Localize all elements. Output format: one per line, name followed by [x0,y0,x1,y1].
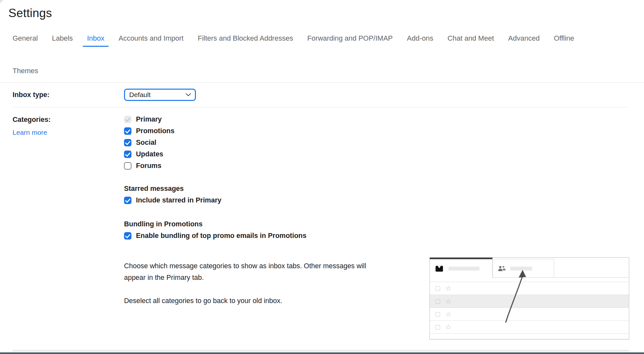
categories-label: Categories: [13,116,124,124]
tab-general[interactable]: General [13,34,38,46]
checkbox-enable-bundling[interactable] [124,232,131,240]
mini-checkbox-icon [436,312,440,317]
starred-messages-heading: Starred messages [124,185,388,193]
checkbox-updates[interactable] [124,151,131,158]
mini-checkbox-icon [436,299,440,304]
checkbox-social[interactable] [124,139,131,146]
deselect-description: Deselect all categories to go back to yo… [124,295,388,307]
categories-description: Choose which message categories to show … [124,260,388,283]
illustration-message-row: ☆ [430,308,629,320]
illustration-message-row-highlighted: ☆ [430,295,629,308]
tab-add-ons[interactable]: Add-ons [407,34,433,46]
star-icon: ☆ [445,325,452,329]
window-bottom-edge [0,352,644,354]
illustration-second-tab [493,259,554,278]
checkbox-promotions[interactable] [124,127,131,135]
category-row: Forums [124,162,388,170]
checkbox-include-starred[interactable] [124,197,131,204]
checkbox-primary [124,116,131,123]
page-title: Settings [8,0,644,20]
bundling-option-row: Enable bundling of top promo emails in P… [124,232,388,240]
learn-more-link[interactable]: Learn more [13,129,47,136]
illustration-active-tab [430,258,493,278]
star-icon: ☆ [445,286,452,291]
tab-themes[interactable]: Themes [13,67,38,79]
settings-page: Settings General Labels Inbox Accounts a… [0,0,644,354]
tab-accounts-and-import[interactable]: Accounts and Import [119,34,184,46]
inbox-type-label: Inbox type: [13,91,50,99]
tab-labels[interactable]: Labels [52,34,73,46]
placeholder-bar [510,267,532,270]
illustration-message-row: ☆ [430,320,629,333]
illustration-tab-bar [430,258,629,278]
inbox-type-section: Inbox type: Default [0,83,644,107]
category-row: Social [124,139,388,146]
inbox-type-selected-value: Default [129,91,151,99]
tab-filters-and-blocked-addresses[interactable]: Filters and Blocked Addresses [198,34,293,46]
star-icon: ☆ [445,299,452,304]
bundling-heading: Bundling in Promotions [124,220,388,228]
settings-tabs: General Labels Inbox Accounts and Import… [13,34,631,79]
horizontal-scrollbar[interactable] [12,350,629,352]
star-icon: ☆ [445,312,452,317]
inbox-icon [435,265,444,272]
inbox-type-select[interactable]: Default [124,89,196,101]
category-row: Promotions [124,127,388,135]
illustration-message-row: ☆ [430,282,629,295]
placeholder-bar [448,267,479,270]
tab-chat-and-meet[interactable]: Chat and Meet [447,34,494,46]
tab-inbox[interactable]: Inbox [83,34,109,47]
tab-offline[interactable]: Offline [554,34,574,46]
checkbox-forums[interactable] [124,162,131,170]
illustration-empty-row [430,333,629,341]
starred-option-row: Include starred in Primary [124,197,388,204]
mini-checkbox-icon [436,325,440,329]
category-row: Primary [124,116,388,123]
tab-advanced[interactable]: Advanced [508,34,540,46]
categories-options: Primary Promotions Social Updates Forums… [124,116,388,307]
chevron-down-icon [186,93,191,96]
people-icon [497,265,506,272]
category-row: Updates [124,151,388,158]
tab-forwarding-and-pop-imap[interactable]: Forwarding and POP/IMAP [307,34,393,46]
inbox-tabs-illustration: ☆ ☆ ☆ ☆ [429,257,629,339]
mini-checkbox-icon [436,286,440,291]
